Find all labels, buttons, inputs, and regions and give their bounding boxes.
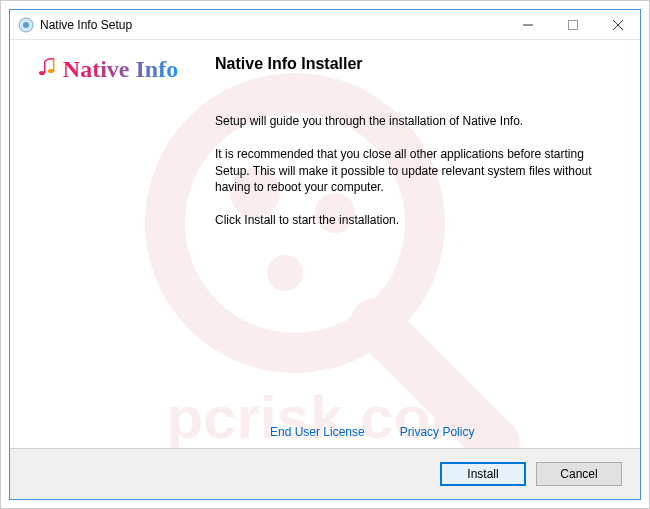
app-icon (18, 17, 34, 33)
window-controls (505, 10, 640, 39)
titlebar: Native Info Setup (10, 10, 640, 40)
intro-text-1: Setup will guide you through the install… (215, 113, 612, 130)
main-content: Native Info Installer Setup will guide y… (205, 40, 640, 449)
app-logo: Native Info (37, 55, 178, 84)
intro-text-3: Click Install to start the installation. (215, 212, 612, 229)
sidebar: Native Info (10, 40, 205, 449)
installer-heading: Native Info Installer (215, 55, 612, 73)
svg-rect-13 (44, 61, 46, 73)
logo-text: Native Info (63, 56, 178, 83)
svg-rect-3 (568, 20, 577, 29)
install-button[interactable]: Install (440, 462, 526, 486)
window-title: Native Info Setup (40, 18, 505, 32)
minimize-button[interactable] (505, 10, 550, 39)
intro-text-2: It is recommended that you close all oth… (215, 146, 612, 196)
svg-point-1 (23, 22, 29, 28)
maximize-button[interactable] (550, 10, 595, 39)
svg-rect-15 (53, 59, 55, 71)
installer-window: Native Info Setup pcrisk.com (9, 9, 641, 500)
footer: Install Cancel (10, 449, 640, 499)
cancel-button[interactable]: Cancel (536, 462, 622, 486)
music-notes-icon (37, 55, 61, 84)
close-button[interactable] (595, 10, 640, 39)
